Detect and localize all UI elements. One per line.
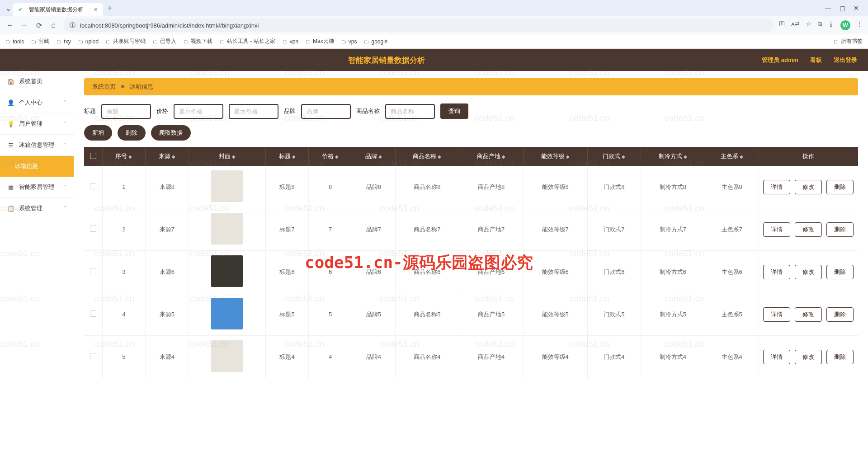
bookmark-item[interactable]: 🗀google	[364, 38, 387, 45]
row-delete-button[interactable]: 删除	[826, 307, 854, 322]
sidebar-item[interactable]: 📋系统管理˅	[0, 198, 74, 219]
row-checkbox[interactable]	[90, 183, 96, 189]
sidebar-item[interactable]: 冰箱信息	[0, 156, 74, 177]
filter-input-name[interactable]	[385, 104, 435, 119]
bookmark-item[interactable]: 🗀宝藏	[31, 38, 49, 45]
folder-icon: 🗀	[106, 38, 111, 45]
window-close-icon[interactable]: ✕	[854, 5, 859, 12]
nav-forward-icon[interactable]: →	[20, 21, 29, 29]
column-header[interactable]: 主色系◆	[705, 147, 759, 166]
sidebar-item-label: 个人中心	[19, 99, 42, 107]
sidebar-item[interactable]: ☰冰箱信息管理˄	[0, 135, 74, 156]
cover-thumbnail[interactable]	[211, 255, 243, 287]
nav-reload-icon[interactable]: ⟳	[34, 21, 43, 30]
filter-input-max-price[interactable]	[229, 104, 278, 119]
cover-thumbnail[interactable]	[211, 298, 243, 329]
column-header[interactable]: 序号◆	[102, 147, 146, 166]
tab-close-icon[interactable]: ×	[94, 6, 98, 13]
column-header[interactable]: 门款式◆	[587, 147, 641, 166]
row-delete-button[interactable]: 删除	[826, 350, 854, 364]
row-edit-button[interactable]: 修改	[795, 350, 822, 364]
row-delete-button[interactable]: 删除	[826, 265, 854, 279]
column-header[interactable]: 操作	[759, 147, 858, 166]
delete-button[interactable]: 删除	[118, 125, 146, 141]
row-edit-button[interactable]: 修改	[795, 265, 822, 279]
translate-icon[interactable]: ᴀ⇄	[791, 20, 800, 30]
column-header[interactable]: 封面◆	[189, 147, 265, 166]
site-info-icon[interactable]: ⓘ	[70, 21, 75, 29]
cell-energy: 能效等级7	[523, 208, 587, 251]
filter-input-title[interactable]	[101, 104, 151, 119]
bookmark-item[interactable]: 🗀站长工具 - 站长之家	[220, 38, 275, 45]
add-button[interactable]: 新增	[84, 125, 112, 141]
select-all-checkbox[interactable]	[90, 153, 96, 159]
row-detail-button[interactable]: 详情	[763, 265, 790, 279]
row-edit-button[interactable]: 修改	[795, 180, 822, 194]
row-detail-button[interactable]: 详情	[763, 307, 790, 322]
column-header[interactable]: 商品产地◆	[459, 147, 524, 166]
filter-input-min-price[interactable]	[174, 104, 223, 119]
sidebar-item[interactable]: 🏠系统首页	[0, 71, 74, 92]
header-logout[interactable]: 退出登录	[834, 56, 857, 64]
cover-thumbnail[interactable]	[211, 213, 243, 244]
row-checkbox[interactable]	[90, 310, 96, 317]
cell-brand: 品牌7	[352, 208, 395, 251]
bookmark-item[interactable]: 🗀Max云梯	[306, 38, 334, 45]
sidebar-item[interactable]: ▦智能家居管理˅	[0, 177, 74, 198]
all-bookmarks[interactable]: 🗀所有书签	[834, 38, 863, 45]
header-user[interactable]: 管理员 admin	[762, 56, 798, 64]
crawl-button[interactable]: 爬取数据	[151, 125, 191, 141]
header-dashboard[interactable]: 看板	[810, 56, 822, 64]
sidebar-item[interactable]: 💡用户管理˅	[0, 113, 74, 135]
row-detail-button[interactable]: 详情	[763, 350, 790, 364]
tab-list-button[interactable]: ⌄	[4, 4, 13, 13]
column-header[interactable]: 能效等级◆	[523, 147, 587, 166]
bookmark-item[interactable]: 🗀tools	[5, 38, 24, 45]
cell-door: 门款式5	[587, 293, 641, 336]
menu-icon: 👤	[7, 99, 14, 106]
bookmark-item[interactable]: 🗀vps	[341, 38, 357, 45]
cover-thumbnail[interactable]	[211, 340, 243, 372]
extensions-icon[interactable]: ⧉	[818, 20, 822, 30]
column-header[interactable]: 品牌◆	[352, 147, 395, 166]
browser-tab[interactable]: ✔ 智能家居销量数据分析 ×	[13, 3, 103, 16]
row-delete-button[interactable]: 删除	[826, 222, 854, 237]
download-icon[interactable]: ⭳	[828, 20, 834, 30]
column-header[interactable]: 价格◆	[309, 147, 352, 166]
key-icon[interactable]: ⚿	[779, 20, 785, 30]
row-detail-button[interactable]: 详情	[763, 180, 790, 194]
breadcrumb-home[interactable]: 系统首页	[92, 83, 116, 90]
window-minimize-icon[interactable]: —	[825, 5, 831, 12]
bookmark-item[interactable]: 🗀已导入	[153, 38, 176, 45]
column-header[interactable]: 商品名称◆	[395, 147, 459, 166]
row-edit-button[interactable]: 修改	[795, 307, 822, 322]
nav-home-icon[interactable]: ⌂	[49, 21, 58, 29]
new-tab-button[interactable]: +	[108, 4, 113, 13]
column-header[interactable]: 来源◆	[146, 147, 189, 166]
bookmark-item[interactable]: 🗀共享账号密码	[106, 38, 146, 45]
row-edit-button[interactable]: 修改	[795, 222, 822, 237]
row-detail-button[interactable]: 详情	[763, 222, 790, 237]
nav-back-icon[interactable]: ←	[5, 21, 14, 29]
window-maximize-icon[interactable]: ▢	[840, 5, 845, 12]
column-header[interactable]: 制冷方式◆	[641, 147, 705, 166]
cover-thumbnail[interactable]	[211, 170, 243, 202]
row-checkbox[interactable]	[90, 226, 96, 232]
sidebar-item-label: 系统首页	[19, 77, 42, 85]
bookmark-item[interactable]: 🗀uplod	[78, 38, 99, 45]
profile-avatar[interactable]: W	[840, 20, 850, 30]
row-checkbox[interactable]	[90, 353, 96, 359]
address-bar[interactable]: ⓘ localhost:8080/springbootjr986/admin/d…	[63, 19, 774, 32]
column-header[interactable]: 标题◆	[265, 147, 309, 166]
bookmark-item[interactable]: 🗀vpn	[283, 38, 298, 45]
bookmark-item[interactable]: 🗀视频下载	[184, 38, 212, 45]
search-button[interactable]: 查询	[440, 103, 468, 119]
row-delete-button[interactable]: 删除	[826, 180, 854, 194]
bookmark-item[interactable]: 🗀txy	[57, 38, 71, 45]
row-checkbox[interactable]	[90, 268, 96, 274]
browser-menu-icon[interactable]: ⋮	[857, 20, 863, 30]
filter-input-brand[interactable]	[301, 104, 351, 119]
sidebar-item[interactable]: 👤个人中心˅	[0, 92, 74, 113]
bookmark-star-icon[interactable]: ☆	[806, 20, 811, 30]
cell-origin: 商品产地4	[459, 336, 524, 378]
